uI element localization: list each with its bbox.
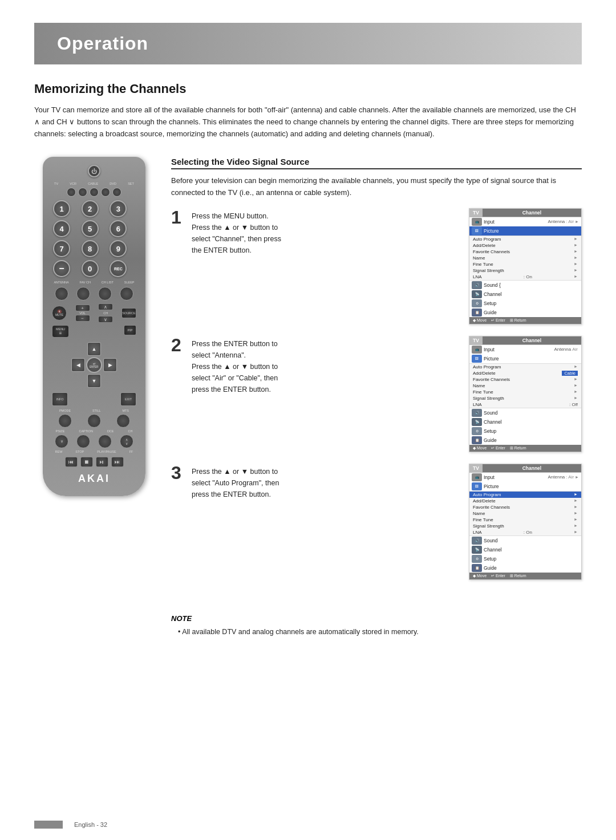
pip-button[interactable]: PIP — [124, 325, 136, 335]
ch-down-button[interactable]: ∨ — [98, 316, 113, 323]
submenu-fav-channels: Favorite Channels► — [469, 249, 581, 255]
input-arrow-3: ► — [575, 475, 579, 479]
psize-button[interactable]: ∨ — [55, 435, 68, 448]
ch2-label: CH — [128, 429, 133, 433]
menu-button[interactable]: MENU ≡ — [52, 325, 69, 338]
dpad-left[interactable]: ◀ — [71, 358, 85, 372]
btn-8[interactable]: 8 — [82, 240, 99, 257]
sound-label: Sound { — [484, 282, 579, 288]
sleep-button[interactable] — [120, 287, 133, 301]
footer-return-2: ⊞ Return — [510, 446, 526, 451]
channel-label: Channel — [484, 291, 579, 297]
device-labels-row: TV VCR CABLE DVD SET — [48, 182, 140, 185]
exit-button[interactable]: EXIT — [120, 392, 136, 406]
dpad-down[interactable]: ▼ — [87, 374, 101, 388]
btn-9[interactable]: 9 — [110, 240, 127, 257]
btn-3[interactable]: 3 — [110, 200, 127, 217]
ch-up-button[interactable]: ∧ — [98, 303, 113, 310]
vol-down-button[interactable]: − — [75, 315, 90, 322]
picture-label: Picture — [484, 228, 579, 234]
btn-0[interactable]: 0 — [82, 260, 99, 277]
brand-logo: AKAI — [48, 473, 140, 485]
input-icon-2: 📺 — [472, 346, 482, 354]
source-button[interactable]: SOURCE — [121, 308, 136, 318]
info-button[interactable]: INFO — [52, 392, 68, 406]
power-button[interactable] — [88, 165, 100, 177]
btn-7[interactable]: 7 — [53, 240, 70, 257]
tv-button[interactable] — [67, 188, 76, 197]
submenu-auto-program: Auto Program► — [469, 236, 581, 242]
screen-2-setup-row: ⚙ Setup — [469, 427, 581, 436]
ff-button[interactable]: ⏭ — [111, 457, 124, 467]
rew-button[interactable]: ⏮ — [65, 457, 78, 467]
dvd-button[interactable] — [101, 188, 110, 197]
channel-label-2: Channel — [484, 419, 579, 425]
btn-dash[interactable]: − — [53, 260, 70, 277]
screen-3-footer: ◆ Move ↵ Enter ⊞ Return — [469, 573, 581, 579]
intro-text: Your TV can memorize and store all of th… — [34, 104, 582, 140]
input-air-2: Air — [572, 347, 578, 352]
btn-5[interactable]: 5 — [82, 220, 99, 237]
btn-2[interactable]: 2 — [82, 200, 99, 217]
still-button[interactable] — [87, 414, 101, 428]
btn-1[interactable]: 1 — [53, 200, 70, 217]
set-button[interactable] — [112, 188, 121, 197]
screen-3-channel: Channel — [483, 464, 581, 472]
guide-label-3: Guide — [484, 565, 579, 571]
caption-button[interactable] — [76, 435, 90, 448]
cable-button[interactable] — [90, 188, 99, 197]
btn-rec[interactable]: REC — [110, 260, 127, 277]
dpad-up[interactable]: ▲ — [87, 342, 101, 356]
psize-label: PSIZE — [56, 429, 65, 433]
sub-finetune-3: Fine Tune► — [469, 517, 581, 523]
input-icon-3: 📺 — [472, 473, 482, 481]
mts-label: MTS — [122, 409, 129, 412]
ch-updown[interactable]: ∧∨ — [120, 435, 133, 448]
mts-button[interactable] — [116, 414, 130, 428]
input-value-2: Antenna — [554, 347, 571, 352]
vol-row: 🔇 MUTE + VOL − ∧ CH ∨ SOURCE — [52, 303, 136, 323]
psize-row: ∨ ∧∨ — [51, 435, 137, 448]
setup-icon: ⚙ — [472, 299, 482, 307]
screen-3-sound-row: 🔊 Sound — [469, 536, 581, 545]
screen-1-topbar: TV Channel — [469, 209, 581, 217]
btn-4[interactable]: 4 — [53, 220, 70, 237]
vcr-button[interactable] — [78, 188, 87, 197]
picture-label-2: Picture — [484, 356, 579, 362]
dce-button[interactable] — [98, 435, 112, 448]
subsection-title: Selecting the Video Signal Source — [171, 157, 582, 169]
btn-6[interactable]: 6 — [110, 220, 127, 237]
footer-enter-2: ↵ Enter — [491, 446, 505, 451]
remote-wrapper: TV VCR CABLE DVD SET 1 2 3 — [34, 157, 154, 638]
guide-icon-3: 📋 — [472, 564, 482, 572]
sub-label-2: Add/Delete — [473, 371, 496, 376]
sub-signal-3: Signal Strength► — [469, 523, 581, 529]
stop-button[interactable]: ⏹ — [80, 457, 93, 467]
mute-button[interactable]: 🔇 MUTE — [52, 306, 67, 320]
sleep-label: SLEEP — [124, 281, 135, 284]
screen-2-tv: TV — [469, 336, 483, 344]
main-layout: TV VCR CABLE DVD SET 1 2 3 — [34, 157, 582, 638]
dpad-right[interactable]: ▶ — [103, 358, 117, 372]
sub-autoprog-2: Auto Program► — [469, 364, 581, 370]
pmode-label: PMODE — [59, 409, 71, 412]
sound-icon: 🔊 — [472, 281, 482, 289]
pmode-button[interactable] — [58, 414, 72, 428]
sub-lna-3: LNA: On► — [469, 529, 581, 535]
screen-2-topbar: TV Channel — [469, 336, 581, 345]
sound-icon-3: 🔊 — [472, 537, 482, 545]
antenna-button[interactable] — [55, 287, 68, 301]
channel-icon: 📡 — [472, 290, 482, 298]
screen-2-picture-row: 🖼 Picture — [469, 354, 581, 363]
setup-label-2: Setup — [484, 428, 579, 434]
enter-button[interactable]: ↵ ENTER — [86, 357, 102, 373]
screen-2: TV Channel 📺 Input Antenna Air 🖼 Picture — [469, 336, 582, 452]
playpause-button[interactable]: ⏯ — [96, 457, 108, 467]
favch-button[interactable] — [76, 287, 90, 301]
chlist-button[interactable] — [98, 287, 112, 301]
number-grid: 1 2 3 4 5 6 7 8 9 − 0 REC — [53, 200, 135, 277]
setup-label-3: Setup — [484, 556, 579, 562]
submenu-name: Name► — [469, 255, 581, 261]
vol-up-button[interactable]: + — [75, 305, 90, 311]
submenu-signal-strength: Signal Strength► — [469, 267, 581, 274]
